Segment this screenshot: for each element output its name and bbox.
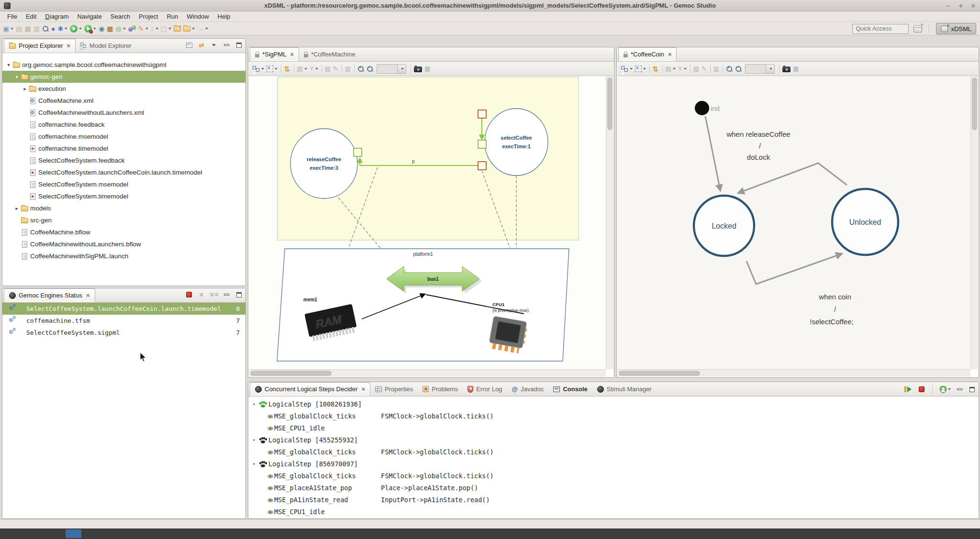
tree-item[interactable]: SelectCoffeeSystem.timemodel bbox=[2, 190, 245, 202]
mse-event-row[interactable]: MSE_pA1inState_readInputPort->pA1inState… bbox=[248, 494, 979, 506]
sigpml-canvas[interactable]: p releaseCoffee execTime:3 selectCoffee … bbox=[249, 76, 606, 369]
tree-item[interactable]: SelectCoffeeSystem.msemodel bbox=[2, 178, 245, 190]
state-unlocked[interactable]: Unlocked bbox=[832, 189, 898, 255]
junit-icon[interactable] bbox=[127, 23, 137, 34]
skip-breakpoints-icon[interactable]: ✱ bbox=[56, 23, 68, 34]
minimize-view-icon[interactable] bbox=[956, 386, 963, 393]
tab-stimuli-manager[interactable]: Stimuli Manager bbox=[592, 382, 657, 396]
tree-item[interactable]: coffemachine.msemodel bbox=[2, 131, 245, 143]
marquee-select-icon[interactable] bbox=[266, 63, 278, 75]
menu-edit[interactable]: Edit bbox=[22, 12, 41, 21]
close-icon[interactable]: × bbox=[67, 42, 70, 49]
tab-problems[interactable]: Problems bbox=[418, 382, 463, 396]
cpu-chip-icon[interactable] bbox=[489, 316, 527, 350]
logical-step-row[interactable]: ▾LogicalStep [455255932] bbox=[248, 434, 979, 446]
stop-icon[interactable] bbox=[918, 386, 925, 393]
menu-navigate[interactable]: Navigate bbox=[73, 12, 106, 21]
port-output[interactable] bbox=[354, 148, 362, 156]
mse-event-row[interactable]: MSE_globalClock_ticksFSMClock->globalClo… bbox=[248, 470, 979, 482]
horizontal-scrollbar[interactable] bbox=[617, 369, 970, 377]
transition-init-locked[interactable] bbox=[705, 116, 720, 190]
node-releaseCoffee[interactable]: releaseCoffee execTime:3 bbox=[290, 129, 357, 198]
tree-item[interactable]: ▸execution bbox=[2, 83, 245, 95]
tab-error-log[interactable]: Error Log bbox=[463, 382, 507, 396]
open-perspective-icon[interactable] bbox=[913, 25, 922, 33]
expander-icon[interactable]: ▸ bbox=[22, 86, 28, 91]
engine-row[interactable]: ⚙SelectCoffeeSystem.sigpml7 bbox=[2, 327, 245, 339]
mse-event-row[interactable]: MSE_globalClock_ticksFSMClock->globalClo… bbox=[248, 446, 979, 458]
mse-event-row[interactable]: MSE_globalClock_ticksFSMClock->globalClo… bbox=[248, 410, 979, 422]
snapshot-icon[interactable] bbox=[781, 63, 791, 75]
menu-run[interactable]: Run bbox=[162, 12, 182, 21]
mse-event-row[interactable]: MSE_placeA1State_popPlace->placeA1State.… bbox=[248, 482, 979, 494]
menu-file[interactable]: File bbox=[3, 12, 22, 21]
init-state[interactable] bbox=[695, 101, 709, 115]
expander-icon[interactable]: ▾ bbox=[253, 458, 255, 470]
maximize-view-icon[interactable] bbox=[235, 291, 243, 298]
refresh-icon[interactable]: ⇄ bbox=[652, 63, 660, 75]
minimize-window-icon[interactable]: – bbox=[947, 2, 950, 9]
menu-window[interactable]: Window bbox=[182, 12, 213, 21]
marquee-select-icon[interactable] bbox=[634, 63, 647, 75]
new-wizard-icon[interactable]: ▣ bbox=[2, 23, 14, 34]
run-icon[interactable] bbox=[69, 23, 83, 34]
debug-run-icon[interactable] bbox=[83, 23, 97, 34]
logical-step-row[interactable]: ▾LogicalStep [1008261936] bbox=[248, 398, 979, 410]
layout-select-icon[interactable] bbox=[620, 63, 634, 75]
snapshot-icon[interactable] bbox=[413, 63, 423, 75]
minimize-view-icon[interactable] bbox=[223, 42, 230, 48]
tab-model-explorer[interactable]: Model Explorer bbox=[76, 39, 136, 53]
state-locked[interactable]: Locked bbox=[694, 196, 754, 256]
maximize-view-icon[interactable] bbox=[968, 386, 976, 393]
zoom-out-icon[interactable]: − bbox=[366, 63, 374, 75]
tree-item[interactable]: ▾org.gemoc.sample.bcool.coffeemachinewit… bbox=[2, 59, 245, 71]
close-window-icon[interactable]: × bbox=[971, 2, 975, 9]
menu-search[interactable]: Search bbox=[106, 12, 134, 21]
tree-item[interactable]: ▾gemoc-gen bbox=[2, 71, 245, 83]
new-resource-icon[interactable]: ★ bbox=[173, 23, 182, 34]
tab-console[interactable]: Console bbox=[548, 382, 592, 396]
tree-item[interactable]: ▸models bbox=[2, 202, 245, 214]
zoom-level-combo[interactable] bbox=[377, 64, 406, 74]
port-input-bottom[interactable] bbox=[478, 162, 486, 170]
transition-locked-unlocked[interactable] bbox=[746, 254, 841, 284]
taskbar-item[interactable] bbox=[66, 529, 81, 538]
minimize-view-icon[interactable] bbox=[223, 291, 230, 298]
view-menu-icon[interactable] bbox=[210, 42, 218, 48]
expander-icon[interactable]: ▾ bbox=[253, 398, 255, 410]
port-output-left[interactable] bbox=[478, 140, 486, 148]
debug-sphere-icon[interactable]: ● bbox=[50, 23, 56, 34]
collapse-all-icon[interactable] bbox=[185, 42, 193, 48]
run-config-icon[interactable]: ◎ bbox=[115, 23, 127, 34]
tab-gemoc-engines-status[interactable]: Gemoc Engines Status × bbox=[4, 288, 95, 302]
open-resource-icon[interactable] bbox=[182, 23, 196, 34]
coverage-icon[interactable]: ◉ bbox=[98, 23, 105, 34]
tree-item[interactable]: coffemachine.feedback bbox=[2, 119, 245, 131]
tree-item[interactable]: CoffeeMachine.xml bbox=[2, 95, 245, 107]
annotate-icon[interactable]: ✎ bbox=[137, 23, 149, 34]
editor-tab--sigpml[interactable]: *SigPML× bbox=[250, 47, 299, 61]
platform-node[interactable]: platform1 bbox=[277, 249, 569, 361]
zoom-out-icon[interactable]: − bbox=[734, 63, 743, 75]
close-icon[interactable]: × bbox=[290, 51, 294, 58]
vertical-scrollbar[interactable] bbox=[606, 76, 613, 369]
tree-item[interactable]: CoffeeMachinewithoutLaunchers.bflow bbox=[2, 238, 245, 250]
node-selectCoffee[interactable]: selectCoffee execTime:1 bbox=[485, 109, 548, 176]
tree-item[interactable]: SelectCoffeeSystem.launchCoffeeCoin.laun… bbox=[2, 166, 245, 178]
zoom-level-icon[interactable] bbox=[743, 63, 777, 75]
expander-icon[interactable]: ▾ bbox=[13, 74, 20, 79]
engine-row[interactable]: ⚙coffemachine.tfsm7 bbox=[2, 315, 245, 327]
menu-project[interactable]: Project bbox=[134, 12, 162, 21]
editor-tab--coffeecoin[interactable]: *CoffeeCoin× bbox=[618, 47, 677, 61]
stop-engine-icon[interactable] bbox=[185, 291, 193, 298]
zoom-in-icon[interactable]: + bbox=[356, 63, 365, 75]
close-icon[interactable]: × bbox=[86, 292, 90, 299]
transition-unlocked-locked[interactable] bbox=[739, 163, 847, 193]
tab-javadoc[interactable]: @Javadoc bbox=[507, 382, 548, 396]
zoom-level-icon[interactable] bbox=[375, 63, 408, 75]
tree-item[interactable]: coffemachine.timemodel bbox=[2, 143, 245, 154]
tab-concurrent-logical-steps-decider[interactable]: Concurrent Logical Steps Decider× bbox=[250, 382, 370, 396]
tab-properties[interactable]: Properties bbox=[370, 382, 418, 396]
menu-diagram[interactable]: Diagram bbox=[41, 12, 73, 21]
tree-item[interactable]: CoffeeMachine.bflow bbox=[2, 226, 245, 238]
